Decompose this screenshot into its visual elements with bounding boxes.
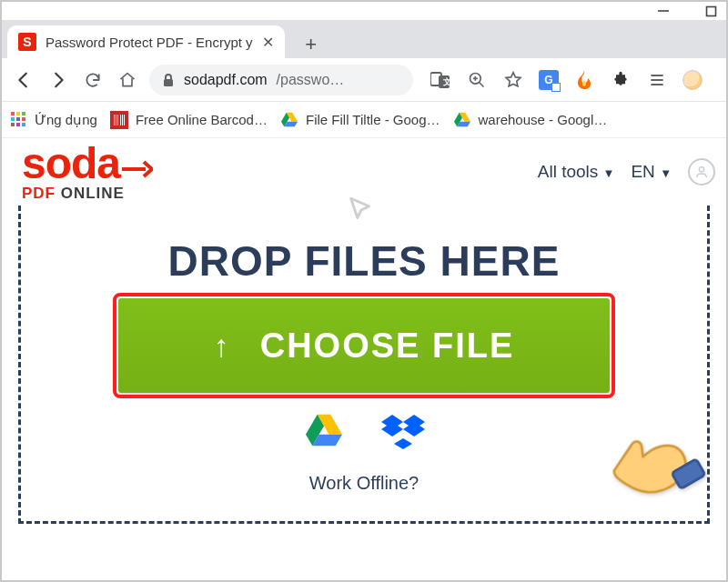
url-domain: sodapdf.com bbox=[184, 72, 268, 88]
window-titlebar bbox=[2, 2, 726, 20]
fire-extension-icon[interactable] bbox=[573, 69, 595, 91]
browser-window: S Password Protect PDF - Encrypt y ✕ + s… bbox=[0, 0, 728, 582]
tab-favicon: S bbox=[18, 33, 36, 51]
bookmark-label: Free Online Barcod… bbox=[136, 112, 268, 127]
new-tab-button[interactable]: + bbox=[298, 31, 325, 58]
logo-online-text: ONLINE bbox=[56, 185, 125, 202]
choose-file-button[interactable]: ↑ CHOOSE FILE bbox=[118, 298, 610, 393]
bookmark-barcode[interactable]: Free Online Barcod… bbox=[110, 111, 268, 129]
page-content: soda PDF ONLINE All tools ▼ EN ▼ bbox=[2, 138, 726, 580]
choose-file-highlight: ↑ CHOOSE FILE bbox=[118, 298, 610, 393]
forward-button[interactable] bbox=[46, 67, 71, 93]
google-drive-icon bbox=[280, 112, 298, 128]
url-path: /passwo… bbox=[277, 72, 345, 88]
logo-pdf-text: PDF bbox=[22, 185, 56, 202]
google-translate-extension-icon[interactable]: G bbox=[539, 70, 559, 90]
chrome-menu-icon[interactable] bbox=[646, 69, 668, 91]
tab-title: Password Protect PDF - Encrypt y bbox=[46, 35, 253, 50]
work-offline-link[interactable]: Work Offline? bbox=[48, 473, 680, 494]
svg-rect-1 bbox=[706, 6, 715, 15]
extensions-icon[interactable] bbox=[610, 69, 632, 91]
bookmark-apps[interactable]: Ứng dụng bbox=[11, 112, 97, 128]
bookmark-label: Ứng dụng bbox=[35, 112, 97, 128]
home-button[interactable] bbox=[115, 67, 140, 93]
all-tools-menu[interactable]: All tools ▼ bbox=[538, 162, 615, 182]
logo-arrow-icon bbox=[122, 144, 153, 183]
cursor-icon bbox=[346, 195, 377, 229]
browser-tab[interactable]: S Password Protect PDF - Encrypt y ✕ bbox=[7, 25, 285, 58]
zoom-icon[interactable] bbox=[466, 69, 488, 91]
chevron-down-icon: ▼ bbox=[660, 166, 672, 180]
dropbox-source-icon[interactable] bbox=[381, 413, 425, 449]
address-bar: sodapdf.com/passwo… 文 G bbox=[2, 58, 726, 102]
barcode-icon bbox=[110, 111, 128, 129]
menu-label: All tools bbox=[538, 162, 599, 181]
chevron-down-icon: ▼ bbox=[603, 166, 615, 180]
bookmark-label: File Fill Tiltle - Goog… bbox=[306, 112, 440, 127]
lock-icon bbox=[162, 73, 175, 87]
menu-label: EN bbox=[631, 162, 654, 181]
account-icon[interactable] bbox=[688, 158, 715, 186]
bookmark-label: warehouse - Googl… bbox=[479, 112, 608, 127]
sodapdf-logo[interactable]: soda PDF ONLINE bbox=[22, 144, 153, 200]
svg-line-7 bbox=[480, 82, 484, 86]
bookmark-filefill[interactable]: File Fill Tiltle - Goog… bbox=[280, 112, 440, 128]
dropzone-heading: DROP FILES HERE bbox=[48, 236, 680, 286]
addressbar-actions: 文 G bbox=[430, 69, 703, 91]
choose-file-label: CHOOSE FILE bbox=[260, 326, 515, 366]
translate-page-icon[interactable]: 文 bbox=[430, 69, 451, 91]
upload-arrow-icon: ↑ bbox=[214, 328, 231, 364]
tab-close-icon[interactable]: ✕ bbox=[262, 34, 274, 51]
svg-text:文: 文 bbox=[442, 77, 450, 86]
tab-strip: S Password Protect PDF - Encrypt y ✕ + bbox=[2, 20, 726, 58]
back-button[interactable] bbox=[11, 67, 36, 93]
google-drive-source-icon[interactable] bbox=[303, 413, 345, 449]
reload-button[interactable] bbox=[80, 67, 106, 93]
apps-grid-icon bbox=[11, 112, 27, 128]
profile-avatar[interactable] bbox=[682, 70, 703, 90]
bookmark-warehouse[interactable]: warehouse - Googl… bbox=[453, 112, 608, 128]
window-minimize-button[interactable] bbox=[657, 5, 670, 17]
google-drive-icon bbox=[453, 112, 471, 128]
url-box[interactable]: sodapdf.com/passwo… bbox=[149, 65, 413, 95]
window-maximize-button[interactable] bbox=[704, 5, 717, 17]
bookmarks-bar: Ứng dụng Free Online Barcod… File Fill T… bbox=[2, 102, 726, 138]
svg-point-14 bbox=[699, 167, 703, 172]
logo-text: soda bbox=[22, 144, 120, 183]
site-menu: All tools ▼ EN ▼ bbox=[538, 158, 715, 186]
bookmark-star-icon[interactable] bbox=[502, 69, 524, 91]
language-menu[interactable]: EN ▼ bbox=[631, 162, 672, 182]
svg-rect-2 bbox=[164, 79, 173, 86]
